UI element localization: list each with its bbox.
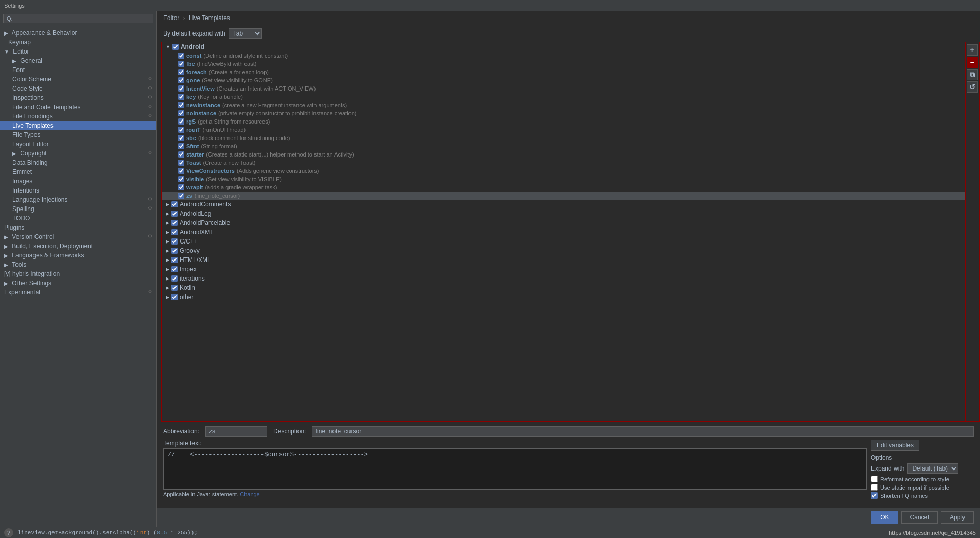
tpl-item-fbc[interactable]: fbc (findViewByld with cast) xyxy=(162,60,965,68)
group-cpp[interactable]: ▶ C/C++ xyxy=(162,237,965,246)
sidebar-item-build-execution[interactable]: ▶ Build, Execution, Deployment xyxy=(0,241,156,251)
group-android-xml[interactable]: ▶ AndroidXML xyxy=(162,228,965,237)
sidebar-item-version-control[interactable]: ▶ Version Control ⚙ xyxy=(0,232,156,241)
static-import-checkbox[interactable] xyxy=(871,484,878,491)
sidebar-item-live-templates[interactable]: Live Templates xyxy=(0,121,156,130)
tpl-item-newinstance[interactable]: newInstance (create a new Fragment insta… xyxy=(162,101,965,109)
tpl-item-intentview[interactable]: IntentView (Creates an Intent with ACTIO… xyxy=(162,84,965,93)
search-input[interactable] xyxy=(3,14,153,23)
undo-button[interactable]: ↺ xyxy=(967,81,978,93)
group-checkbox[interactable] xyxy=(171,285,178,291)
tpl-checkbox[interactable] xyxy=(178,61,184,67)
sidebar-item-intentions[interactable]: Intentions xyxy=(0,186,156,195)
tpl-checkbox[interactable] xyxy=(178,151,184,158)
sidebar-item-experimental[interactable]: Experimental ⚙ xyxy=(0,288,156,297)
sidebar-item-general[interactable]: ▶ General xyxy=(0,56,156,65)
group-checkbox[interactable] xyxy=(171,229,178,235)
tpl-item-sfmt[interactable]: Sfmt (String format) xyxy=(162,142,965,150)
tpl-checkbox[interactable] xyxy=(178,69,184,75)
sidebar-item-todo[interactable]: TODO xyxy=(0,214,156,223)
group-android-log[interactable]: ▶ AndroidLog xyxy=(162,209,965,218)
tpl-checkbox[interactable] xyxy=(178,176,184,182)
shorten-fq-checkbox[interactable] xyxy=(871,492,878,499)
group-checkbox[interactable] xyxy=(171,201,178,207)
copy-template-button[interactable]: ⧉ xyxy=(967,69,978,80)
group-iterations[interactable]: ▶ iterations xyxy=(162,274,965,283)
tpl-checkbox[interactable] xyxy=(178,135,184,141)
sidebar-item-tools[interactable]: ▶ Tools xyxy=(0,260,156,269)
sidebar-item-copyright[interactable]: ▶ Copyright ⚙ xyxy=(0,149,156,158)
tpl-item-noinstance[interactable]: noInstance (private empty constructor to… xyxy=(162,109,965,117)
group-impex[interactable]: ▶ Impex xyxy=(162,265,965,274)
group-html-xml[interactable]: ▶ HTML/XML xyxy=(162,255,965,265)
tpl-checkbox[interactable] xyxy=(178,127,184,133)
expand-with-select[interactable]: Tab Enter Space xyxy=(229,28,262,39)
apply-button[interactable]: Apply xyxy=(941,511,974,524)
tpl-item-foreach[interactable]: foreach (Create a for each loop) xyxy=(162,68,965,76)
tpl-checkbox[interactable] xyxy=(178,193,184,199)
tpl-checkbox[interactable] xyxy=(178,110,184,116)
android-group[interactable]: ▼ Android xyxy=(162,42,965,51)
android-group-checkbox[interactable] xyxy=(172,44,179,50)
sidebar-item-emmet[interactable]: Emmet xyxy=(0,167,156,177)
expand-with-option-select[interactable]: Default (Tab) Tab Enter Space xyxy=(907,463,958,474)
group-android-comments[interactable]: ▶ AndroidComments xyxy=(162,200,965,209)
tpl-checkbox[interactable] xyxy=(178,77,184,83)
tpl-item-toast[interactable]: Toast (Create a new Toast) xyxy=(162,159,965,167)
sidebar-item-color-scheme[interactable]: Color Scheme ⚙ xyxy=(0,75,156,84)
tpl-item-rgs[interactable]: rgS (get a String from resources) xyxy=(162,117,965,126)
cancel-button[interactable]: Cancel xyxy=(901,511,938,524)
tpl-item-viewconstructors[interactable]: ViewConstructors (Adds generic view cons… xyxy=(162,167,965,175)
sidebar-item-layout-editor[interactable]: Layout Editor xyxy=(0,140,156,149)
remove-template-button[interactable]: − xyxy=(967,57,978,68)
abbreviation-input[interactable] xyxy=(205,426,267,437)
sidebar-item-code-style[interactable]: Code Style ⚙ xyxy=(0,84,156,93)
group-checkbox[interactable] xyxy=(171,211,178,217)
sidebar-item-keymap[interactable]: Keymap xyxy=(0,38,156,47)
add-template-button[interactable]: + xyxy=(967,44,978,56)
sidebar-item-spelling[interactable]: Spelling ⚙ xyxy=(0,204,156,214)
group-checkbox[interactable] xyxy=(171,220,178,226)
sidebar-item-file-code-templates[interactable]: File and Code Templates ⚙ xyxy=(0,102,156,112)
group-groovy[interactable]: ▶ Groovy xyxy=(162,246,965,255)
ok-button[interactable]: OK xyxy=(871,511,898,524)
group-checkbox[interactable] xyxy=(171,248,178,254)
tpl-checkbox[interactable] xyxy=(178,160,184,166)
tpl-checkbox[interactable] xyxy=(178,102,184,108)
help-button[interactable]: ? xyxy=(4,528,13,537)
sidebar-item-editor[interactable]: ▼ Editor xyxy=(0,47,156,56)
sidebar-item-hybris[interactable]: [y] hybris Integration xyxy=(0,269,156,279)
tpl-item-sbc[interactable]: sbc (block comment for structuring code) xyxy=(162,134,965,142)
tpl-item-wrapit[interactable]: wrapIt (adds a gradle wrapper task) xyxy=(162,183,965,192)
tpl-checkbox[interactable] xyxy=(178,53,184,59)
group-checkbox[interactable] xyxy=(171,266,178,272)
tpl-item-const[interactable]: const (Define android style int constant… xyxy=(162,51,965,60)
group-checkbox[interactable] xyxy=(171,257,178,263)
group-kotlin[interactable]: ▶ Kotlin xyxy=(162,283,965,292)
tpl-item-key[interactable]: key (Key for a bundle) xyxy=(162,93,965,101)
tpl-checkbox[interactable] xyxy=(178,94,184,100)
group-checkbox[interactable] xyxy=(171,275,178,282)
change-link[interactable]: Change xyxy=(240,491,260,497)
template-textarea[interactable]: // <-------------------$cursor$---------… xyxy=(163,448,867,490)
reformat-checkbox[interactable] xyxy=(871,476,878,482)
tpl-item-visible[interactable]: visible (Set view visibility to VISIBLE) xyxy=(162,175,965,183)
sidebar-item-images[interactable]: Images xyxy=(0,177,156,186)
sidebar-item-font[interactable]: Font xyxy=(0,65,156,75)
sidebar-item-data-binding[interactable]: Data Binding xyxy=(0,158,156,167)
sidebar-item-file-types[interactable]: File Types xyxy=(0,130,156,140)
sidebar-item-language-injections[interactable]: Language Injections ⚙ xyxy=(0,195,156,204)
sidebar-item-inspections[interactable]: Inspections ⚙ xyxy=(0,93,156,102)
tpl-item-starter[interactable]: starter (Creates a static start(...) hel… xyxy=(162,150,965,159)
tpl-checkbox[interactable] xyxy=(178,184,184,190)
tpl-checkbox[interactable] xyxy=(178,118,184,125)
sidebar-item-other-settings[interactable]: ▶ Other Settings xyxy=(0,279,156,288)
tpl-item-rouit[interactable]: rouiT (runOnUIThread) xyxy=(162,126,965,134)
sidebar-item-appearance[interactable]: ▶ Appearance & Behavior xyxy=(0,28,156,38)
group-checkbox[interactable] xyxy=(171,294,178,300)
edit-variables-button[interactable]: Edit variables xyxy=(871,440,919,451)
tpl-item-gone[interactable]: gone (Set view visibility to GONE) xyxy=(162,76,965,84)
group-checkbox[interactable] xyxy=(171,238,178,245)
tpl-checkbox[interactable] xyxy=(178,143,184,149)
tpl-item-zs[interactable]: zs (line_note_cursor) xyxy=(162,192,965,200)
